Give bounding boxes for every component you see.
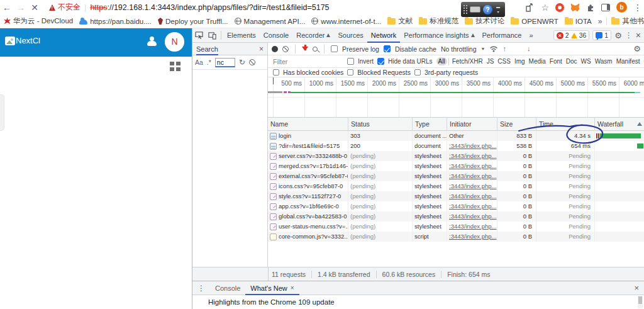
bookmark-folder-iota[interactable]: IOTA [565,18,592,25]
chip-font[interactable]: Font [548,57,564,65]
throttling-select[interactable]: No throttling [441,45,477,53]
request-row[interactable]: server.css?v=3332488b-0 (pending) styles… [268,151,644,161]
request-row[interactable]: merged.css?v=17b1d146-0 (pending) styles… [268,161,644,171]
nextcloud-logo[interactable]: NextCl [5,36,40,45]
tab-sources[interactable]: Sources [334,28,367,43]
request-row[interactable]: external.css?v=95cfeb87-0 (pending) styl… [268,171,644,181]
sidebar-handle[interactable] [0,94,4,131]
refresh-icon[interactable]: ↻ [239,58,245,67]
chip-media[interactable]: Media [527,57,548,65]
tab-network[interactable]: Network [367,28,400,43]
issues-badge[interactable]: 1 [592,30,611,40]
tab-performance[interactable]: Performance [479,28,526,43]
address-bar[interactable]: https://192.168.1.4:3443/index.php/apps/… [90,3,329,12]
bookmark-folder-openwrt[interactable]: OPENWRT [511,18,558,25]
profile-avatar[interactable]: b [616,2,627,13]
invert-checkbox[interactable] [347,58,354,65]
inspect-icon[interactable] [195,31,203,40]
clear-network-log-icon[interactable] [282,46,289,52]
share-icon[interactable] [525,3,535,12]
metamask-icon[interactable] [570,3,580,12]
bookmark-iot[interactable]: www.internet-of-t... [311,18,381,25]
preserve-log-checkbox[interactable] [331,45,338,52]
request-row[interactable]: icons.css?v=95cfeb87-0 (pending) stylesh… [268,181,644,191]
devtools-menu-icon[interactable]: ⋮ [625,31,633,40]
network-conditions-icon[interactable] [489,45,498,52]
blocked-requests-checkbox[interactable] [347,69,353,76]
column-type[interactable]: Type [413,118,447,131]
chip-wasm[interactable]: Wasm [593,57,614,65]
request-row[interactable]: user-status-menu.css?v=... (pending) sty… [268,222,644,232]
security-indicator[interactable]: 不安全 | [49,2,90,13]
request-row[interactable]: app.css?v=1bf6e69c-0 (pending) styleshee… [268,201,644,211]
column-size[interactable]: Size [497,118,536,131]
chip-fetch-xhr[interactable]: Fetch/XHR [450,57,485,65]
back-button[interactable]: ← [0,3,14,13]
disable-cache-checkbox[interactable] [384,45,391,52]
bookmark-folder-tech[interactable]: 技术讨论 [465,16,504,26]
extensions-puzzle-icon[interactable] [586,3,595,12]
bookmark-truffle[interactable]: Deploy your Truffl... [158,18,228,25]
chip-all[interactable]: All [436,57,447,65]
tab-recorder[interactable]: Recorder [292,28,334,43]
drawer-menu-icon[interactable]: ⋮ [197,284,205,293]
request-row[interactable]: core-common.js?v=3332... (pending) scrip… [268,232,644,242]
ime-minimize-icon[interactable]: ▬▾ [496,5,500,14]
bookmark-huawei[interactable]: 华为云 - DevCloud [4,16,73,26]
drawer-close-icon[interactable]: × [634,283,644,293]
drawer-tab-whats-new[interactable]: What's New× [245,281,299,295]
has-blocked-cookies-checkbox[interactable] [273,69,279,76]
more-tabs-chevron[interactable]: » [525,28,536,43]
chip-css[interactable]: CSS [496,57,513,65]
request-row[interactable]: ?dir=/test1&fileid=5175 200 document :34… [268,141,644,151]
other-bookmarks[interactable]: 其他书签 [611,16,644,26]
regex-button[interactable]: .* [207,59,211,66]
request-row[interactable]: global.css?v=ba422583-0 (pending) styles… [268,211,644,222]
match-case-button[interactable]: Aa [195,59,203,66]
record-button[interactable] [272,46,278,52]
extension-red-icon[interactable] [555,3,564,12]
bookmarks-overflow-chevron[interactable]: » [598,17,602,26]
filter-icon[interactable] [302,47,308,51]
stop-button[interactable]: ✕ [28,3,42,13]
chip-ws[interactable]: WS [579,57,593,65]
ime-drag-handle[interactable] [463,4,467,14]
search-input[interactable] [215,58,235,67]
column-initiator[interactable]: Initiator [447,118,497,131]
bookmark-folder-docs[interactable]: 文献 [387,16,413,26]
clear-icon[interactable] [249,59,255,65]
search-close-icon[interactable]: × [259,45,264,53]
ime-help-icon[interactable]: ? [483,5,492,14]
tab-elements[interactable]: Elements [223,28,260,43]
import-har-icon[interactable]: ↑ [502,45,506,52]
export-har-icon[interactable]: ↓ [527,45,531,52]
contacts-icon[interactable] [146,37,157,48]
chip-doc[interactable]: Doc [564,57,579,65]
ime-keyboard-icon[interactable] [470,6,480,13]
devtools-close-icon[interactable]: × [636,30,641,40]
side-panel-icon[interactable] [601,4,610,11]
column-time[interactable]: Time [536,118,595,131]
third-party-requests-checkbox[interactable] [414,69,421,76]
apps-grid-icon[interactable] [170,62,180,72]
network-filter-input[interactable] [273,58,343,65]
tab-performance-insights[interactable]: Performance insights [400,28,478,43]
column-name[interactable]: Name [268,118,348,131]
drawer-tab-console[interactable]: Console [210,281,245,295]
bookmark-star-icon[interactable]: ☆ [541,3,549,12]
user-avatar[interactable]: N [165,32,184,52]
network-timeline-overview[interactable]: 500 ms 1000 ms 1500 ms 2000 ms 2500 ms 3… [268,77,644,118]
bookmark-folder-standards[interactable]: 标准规范 [419,16,458,26]
chip-other[interactable]: Other [641,57,644,65]
tab-console[interactable]: Console [260,28,292,43]
drawer-scrollbar[interactable] [638,296,643,308]
chip-manifest[interactable]: Manifest [614,57,642,65]
errors-warnings-badge[interactable]: ✕ 2 36 [553,30,590,40]
bookmark-management-api[interactable]: Management API... [235,18,306,25]
bookmark-baidu[interactable]: https://pan.baidu.... [79,18,152,25]
column-status[interactable]: Status [348,118,413,131]
request-row[interactable]: style.css?v=1152f727-0 (pending) stylesh… [268,191,644,201]
tab-close-icon[interactable]: × [291,281,294,295]
forward-button[interactable]: → [14,3,28,13]
network-settings-gear-icon[interactable]: ⚙ [633,44,641,53]
